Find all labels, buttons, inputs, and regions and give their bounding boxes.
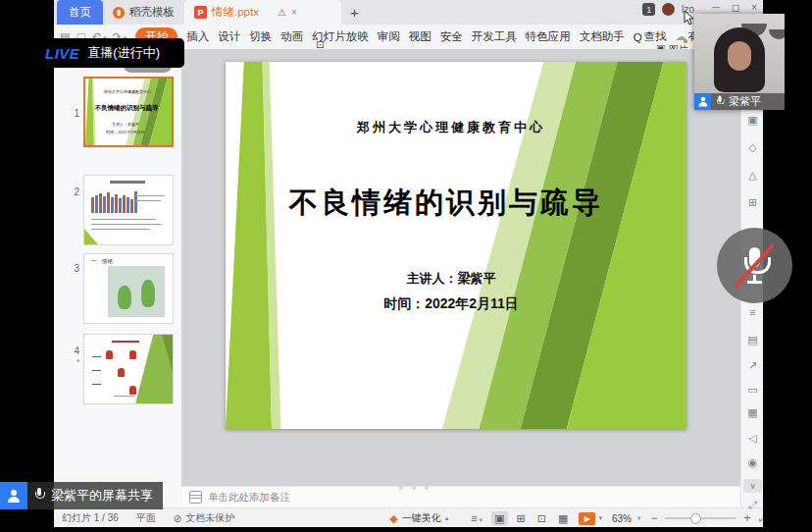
grid-icon[interactable]: ⊞ (741, 196, 763, 209)
tab-home[interactable]: 首页 (57, 0, 103, 25)
menu-view[interactable]: 视图 (409, 29, 431, 44)
search-icon: Q (634, 31, 642, 43)
beautify-button[interactable]: ◆ 一键美化 ▴ (389, 511, 448, 525)
menu-review[interactable]: 审阅 (378, 29, 400, 44)
close-button[interactable]: × (751, 2, 757, 13)
notes-placeholder: 单击此处添加备注 (208, 491, 290, 505)
triangle-icon[interactable]: △ (741, 169, 763, 182)
shapes-rail-icon[interactable]: ◇ (741, 141, 763, 154)
reading-view-icon[interactable]: ⊡ (534, 511, 549, 526)
thumb1-title: 不良情绪的识别与疏导 (89, 104, 164, 113)
restore-button[interactable]: ◻ (732, 2, 739, 13)
current-slide[interactable]: 郑州大学心理健康教育中心 不良情绪的识别与疏导 主讲人：梁紫平 时间：2022年… (226, 62, 686, 429)
slide-number: 2 (66, 186, 79, 197)
screen-share-label: 梁紫平的屏幕共享 (51, 487, 153, 505)
thumb1-speaker: 主讲人：梁紫平 (93, 122, 158, 127)
thumb3-cartoon-image (108, 266, 165, 317)
menu-doc-assistant[interactable]: 文档助手 (580, 29, 625, 44)
new-tab-button[interactable]: + (341, 0, 368, 25)
participant-name-bar: 梁紫平 (694, 93, 785, 110)
share-export-icon[interactable]: ↗ (741, 359, 763, 372)
sync-warning-icon: ⚠ (278, 7, 286, 18)
menu-devtools[interactable]: 开发工具 (472, 29, 517, 44)
slide-thumbnail-1[interactable]: 郑州大学心理健康教育中心 不良情绪的识别与疏导 主讲人：梁紫平 时间：2022年… (83, 77, 174, 147)
menu-special-apps[interactable]: 特色应用 (526, 29, 571, 44)
slide-thumbnail-3[interactable]: 一、情绪 (83, 253, 174, 324)
tab-document[interactable]: P 情绪.pptx ⚠ × (184, 0, 341, 25)
screen-share-banner: 梁紫平的屏幕共享 (0, 482, 163, 509)
beautify-icon: ◆ (389, 512, 397, 525)
notes-bar[interactable]: 单击此处添加备注 (181, 486, 740, 507)
zoom-level[interactable]: 63% (612, 513, 641, 524)
participant-badge (694, 93, 711, 110)
tab-document-label: 情绪.pptx (212, 5, 259, 20)
slide-number: 4 (66, 346, 79, 356)
participant-name: 梁紫平 (729, 94, 761, 109)
live-status: 直播(进行中) (87, 44, 160, 62)
live-label: LIVE (45, 45, 79, 62)
slide-org-text: 郑州大学心理健康教育中心 (245, 119, 657, 136)
thumb1-org: 郑州大学心理健康教育中心 (93, 89, 162, 94)
sorter-view-icon[interactable]: ⊞ (514, 511, 529, 526)
slide-date: 时间：2022年2月11日 (245, 295, 657, 313)
zoom-slider-knob[interactable] (690, 513, 701, 524)
slide-number: 3 (66, 263, 79, 274)
muted-microphone-overlay[interactable] (717, 228, 792, 303)
slide-counter: 幻灯片 1 / 36 (62, 511, 119, 525)
docer-icon (113, 7, 125, 19)
slide-title: 不良情绪的识别与疏导 (226, 184, 667, 223)
picture-rail-icon[interactable]: ▦ (741, 406, 763, 419)
normal-view-icon[interactable]: ▣ (491, 511, 507, 526)
thumb3-title: 一、情绪 (91, 258, 113, 265)
tab-docer-label: 稻壳模板 (129, 5, 175, 20)
slideshow-play-button[interactable]: ▶ (579, 512, 595, 525)
ppt-file-icon: P (194, 6, 207, 19)
close-tab-icon[interactable]: × (291, 7, 297, 18)
tab-docer[interactable]: 稻壳模板 (103, 0, 184, 25)
slide-thumbnail-4[interactable] (83, 334, 174, 404)
fullscreen-icon[interactable]: ⤢ (741, 499, 763, 511)
notes-icon (189, 491, 202, 504)
zoom-out-button[interactable]: − (650, 511, 657, 525)
menu-insert[interactable]: 插入 (186, 29, 209, 44)
thumb1-date: 时间：2022年2月11日 (93, 130, 158, 134)
notification-badge[interactable]: 1 (642, 3, 655, 16)
slide-number: 1 (66, 108, 79, 119)
minimize-button[interactable]: ─ (713, 2, 720, 13)
slide-speaker: 主讲人：梁紫平 (245, 270, 657, 288)
zoom-slider[interactable] (665, 517, 736, 519)
fit-slide-button[interactable]: ⤢ (758, 512, 763, 524)
person-icon (697, 97, 708, 107)
find-label: 查找 (644, 29, 667, 44)
user-avatar[interactable] (662, 3, 675, 16)
copy-pages-icon[interactable]: ▣ (741, 114, 763, 127)
webcam-overlay[interactable]: 梁紫平 (694, 14, 785, 110)
play-options-caret[interactable]: ▾ (598, 514, 602, 522)
theme-name[interactable]: 平面 (136, 511, 156, 525)
mic-icon (715, 95, 725, 108)
master-view-icon[interactable]: ▦ (555, 511, 571, 526)
person-icon (7, 490, 21, 503)
animation-star: * (66, 357, 79, 366)
cloud-icon: ☁ (676, 30, 686, 43)
slide-canvas[interactable]: 郑州大学心理健康教育中心 不良情绪的识别与疏导 主讲人：梁紫平 时间：2022年… (181, 49, 740, 486)
protection-status[interactable]: ⊘ 文档未保护 (174, 511, 234, 525)
speaker-icon[interactable]: ◁ (741, 432, 763, 445)
mouse-cursor (684, 10, 695, 26)
live-broadcast-badge: LIVE 直播(进行中) (35, 38, 184, 68)
lamp-decor (769, 29, 785, 39)
slide-thumbnail-2[interactable] (83, 175, 174, 245)
card-icon[interactable]: ▭ (741, 384, 763, 397)
shield-rail-icon[interactable]: ◉ (741, 456, 763, 469)
find-button[interactable]: Q 查找 (634, 29, 667, 44)
status-bar: 幻灯片 1 / 36 平面 ⊘ 文档未保护 ◆ 一键美化 ▴ ≡ ▣ ⊞ ⊡ ▦… (54, 507, 763, 527)
shield-icon: ⊘ (174, 513, 181, 524)
notes-view-icon[interactable]: ≡ (468, 511, 485, 525)
menu-security[interactable]: 安全 (440, 29, 463, 44)
beautify-label: 一键美化 (402, 511, 441, 525)
settings-sliders-icon[interactable]: ≡ (741, 306, 763, 318)
zoom-in-button[interactable]: + (743, 511, 750, 525)
image-doc-icon[interactable]: ▤ (741, 334, 763, 346)
splitter-handle[interactable] (399, 486, 429, 490)
chevron-down-icon[interactable]: ∨ (743, 479, 762, 493)
